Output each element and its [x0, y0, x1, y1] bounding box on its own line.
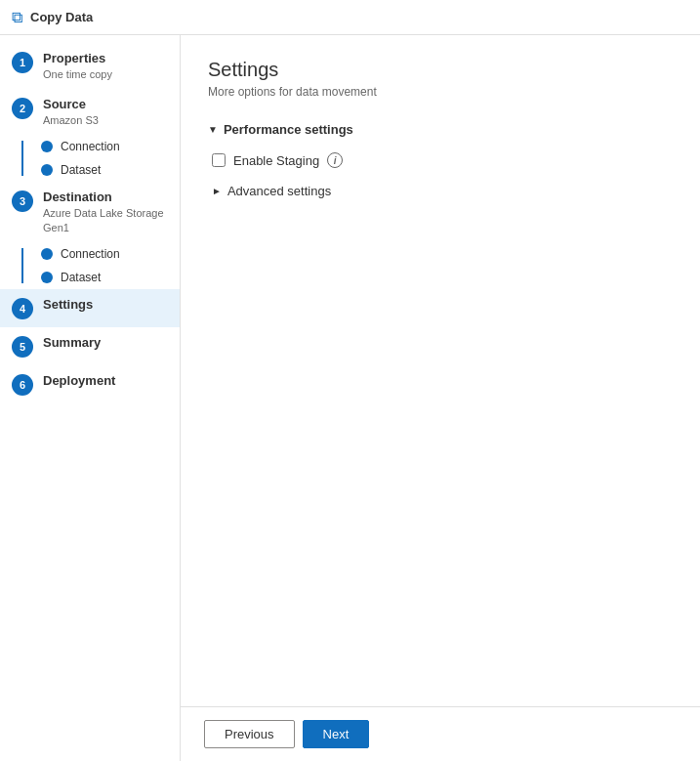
- source-sub-items: Connection Dataset: [0, 135, 180, 182]
- enable-staging-row: Enable Staging i: [208, 152, 673, 168]
- advanced-settings-row[interactable]: ► Advanced settings: [208, 184, 673, 198]
- previous-button[interactable]: Previous: [204, 720, 295, 748]
- source-dataset-item[interactable]: Dataset: [33, 158, 180, 182]
- step-circle-4: 4: [12, 298, 33, 319]
- next-button[interactable]: Next: [303, 720, 370, 748]
- content-body: Settings More options for data movement …: [181, 35, 700, 706]
- performance-section-header[interactable]: ▼ Performance settings: [208, 122, 673, 137]
- source-connection-dot: [41, 141, 53, 152]
- enable-staging-checkbox[interactable]: [212, 153, 226, 167]
- step-circle-2: 2: [12, 98, 33, 119]
- destination-connection-item[interactable]: Connection: [33, 242, 180, 266]
- performance-settings-title: Performance settings: [224, 122, 353, 137]
- source-dataset-dot: [41, 164, 53, 176]
- main-layout: 1 Properties One time copy 2 Source Amaz…: [0, 35, 700, 761]
- destination-sub-items: Connection Dataset: [0, 242, 180, 289]
- page-subtitle: More options for data movement: [208, 85, 673, 99]
- sidebar-item-destination[interactable]: 3 Destination Azure Data Lake Storage Ge…: [0, 182, 180, 241]
- sidebar-item-summary[interactable]: 5 Summary: [0, 327, 180, 365]
- destination-dataset-dot: [41, 272, 53, 283]
- destination-dataset-item[interactable]: Dataset: [33, 266, 180, 289]
- source-connection-item[interactable]: Connection: [33, 135, 180, 158]
- chevron-down-icon: ▼: [208, 124, 218, 135]
- sidebar-item-properties[interactable]: 1 Properties One time copy: [0, 43, 180, 89]
- advanced-settings-label: Advanced settings: [227, 184, 331, 198]
- app-title: Copy Data: [30, 10, 93, 24]
- step-text-deployment: Deployment: [43, 373, 115, 390]
- sidebar-item-source[interactable]: 2 Source Amazon S3: [0, 89, 180, 135]
- info-icon[interactable]: i: [327, 152, 343, 168]
- step-circle-6: 6: [12, 374, 33, 396]
- page-title: Settings: [208, 59, 673, 81]
- footer: Previous Next: [181, 706, 700, 761]
- enable-staging-label[interactable]: Enable Staging: [233, 153, 319, 168]
- step-circle-5: 5: [12, 336, 33, 358]
- step-circle-3: 3: [12, 190, 33, 212]
- step-text-destination: Destination Azure Data Lake Storage Gen1: [43, 190, 168, 233]
- step-text-settings: Settings: [43, 297, 93, 314]
- sidebar: 1 Properties One time copy 2 Source Amaz…: [0, 35, 181, 761]
- sidebar-item-deployment[interactable]: 6 Deployment: [0, 365, 180, 403]
- step-circle-1: 1: [12, 52, 33, 73]
- step-text-summary: Summary: [43, 335, 101, 352]
- top-bar: ⧉ Copy Data: [0, 0, 700, 35]
- step-text-source: Source Amazon S3: [43, 97, 99, 127]
- chevron-right-icon: ►: [212, 186, 222, 196]
- step-text-properties: Properties One time copy: [43, 51, 112, 81]
- sidebar-item-settings[interactable]: 4 Settings: [0, 289, 180, 327]
- content-area: Settings More options for data movement …: [181, 35, 700, 761]
- destination-connection-dot: [41, 248, 53, 260]
- copy-data-icon: ⧉: [12, 9, 22, 26]
